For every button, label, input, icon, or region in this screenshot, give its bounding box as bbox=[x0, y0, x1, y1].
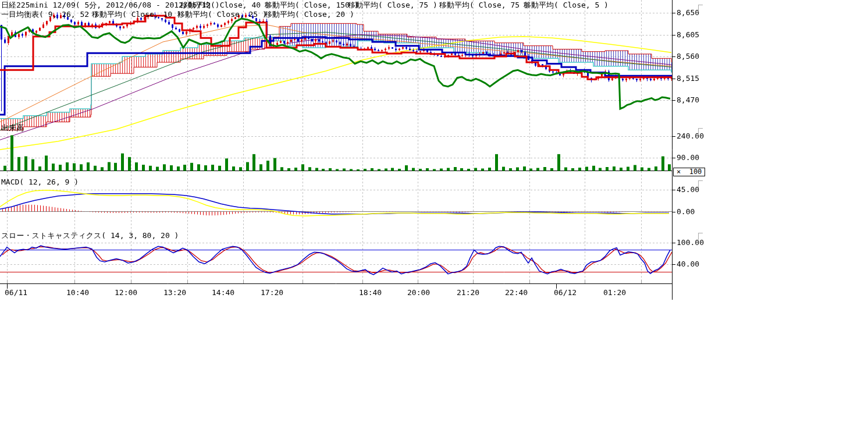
macd-panel-label: MACD( 12, 26, 9 ) bbox=[1, 178, 79, 186]
volume-multiplier-badge: × 100 bbox=[673, 168, 705, 176]
chart-canvas bbox=[0, 0, 704, 303]
macd-axis-label-1: 0.00 bbox=[677, 208, 695, 216]
stoch-axis-label-0: 100.00 bbox=[677, 239, 704, 247]
stochastics-panel-label: スロー・ストキャスティクス( 14, 3, 80, 20 ) bbox=[1, 232, 179, 240]
time-axis-label-2: 12:00 bbox=[115, 289, 137, 297]
time-axis-label-1: 10:40 bbox=[66, 289, 89, 297]
time-axis-label-5: 17:20 bbox=[261, 289, 283, 297]
time-axis-label-8: 21:20 bbox=[457, 289, 479, 297]
stoch-axis-label-1: 40.00 bbox=[677, 260, 699, 268]
panel-corner-bracket-2 bbox=[698, 180, 703, 187]
price-axis-label-2: 8,560 bbox=[677, 52, 699, 61]
legend-item-line1-4: 移動平均( Close, 75 ) bbox=[439, 1, 529, 9]
time-axis-label-10: 06/12 bbox=[554, 289, 577, 297]
legend-item-line1-2: 移動平均( Close, 150 ) bbox=[265, 1, 359, 9]
time-axis-label-9: 22:40 bbox=[505, 289, 528, 297]
time-axis-label-0: 06/11 bbox=[5, 289, 27, 297]
time-axis-label-11: 01:20 bbox=[603, 289, 626, 297]
volume-panel-label: 出来高 bbox=[1, 124, 24, 132]
legend-item-line2-1: 移動平均( Close, 10 ) bbox=[92, 10, 182, 19]
time-axis-label-3: 13:20 bbox=[163, 289, 186, 297]
legend-item-line1-5: 移動平均( Close, 5 ) bbox=[524, 1, 609, 9]
price-axis-label-4: 8,470 bbox=[677, 96, 699, 104]
price-axis-label-1: 8,605 bbox=[677, 31, 699, 39]
legend-item-line1-3: 移動平均( Close, 75 ) bbox=[348, 1, 437, 9]
time-axis-label-7: 20:00 bbox=[407, 289, 430, 297]
price-axis-label-3: 8,515 bbox=[677, 74, 699, 83]
volume-axis-label-1: 90.00 bbox=[677, 154, 699, 162]
chart-window: 出来高 × 100 MACD( 12, 26, 9 ) スロー・ストキャスティク… bbox=[0, 0, 868, 447]
macd-axis-label-0: 45.00 bbox=[677, 186, 699, 194]
panel-corner-bracket-3 bbox=[698, 233, 703, 240]
legend-item-line1-1: 移動平均( Close, 40 ) bbox=[180, 1, 270, 9]
time-axis-label-4: 14:40 bbox=[212, 289, 234, 297]
time-axis-label-6: 18:40 bbox=[359, 289, 382, 297]
legend-item-line2-0: 一目均衡表( 9, 26, 52 ) bbox=[1, 10, 98, 19]
panel-corner-bracket-0 bbox=[698, 5, 703, 12]
legend-item-line2-2: 移動平均( Close, 25 ) bbox=[177, 10, 267, 19]
legend-item-line2-3: 移動平均( Close, 20 ) bbox=[265, 10, 354, 19]
panel-corner-bracket-1 bbox=[698, 128, 703, 135]
price-axis-label-0: 8,650 bbox=[677, 9, 699, 17]
